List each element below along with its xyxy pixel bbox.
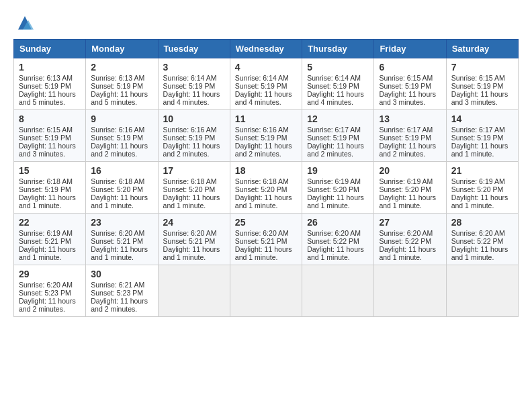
calendar-cell: 16 Sunrise: 6:18 AM Sunset: 5:20 PM Dayl… xyxy=(86,162,158,214)
day-number: 29 xyxy=(19,269,81,279)
sunrise-text: Sunrise: 6:13 AM xyxy=(19,74,73,82)
weekday-header-row: SundayMondayTuesdayWednesdayThursdayFrid… xyxy=(14,40,519,58)
day-number: 10 xyxy=(163,113,225,124)
sunrise-text: Sunrise: 6:20 AM xyxy=(451,229,505,237)
daylight-label: Daylight: 11 hours and 4 minutes. xyxy=(163,90,220,106)
calendar-cell: 19 Sunrise: 6:19 AM Sunset: 5:20 PM Dayl… xyxy=(302,162,374,214)
calendar-cell: 25 Sunrise: 6:20 AM Sunset: 5:21 PM Dayl… xyxy=(230,214,302,265)
calendar-cell: 1 Sunrise: 6:13 AM Sunset: 5:19 PM Dayli… xyxy=(14,58,86,110)
sunset-text: Sunset: 5:19 PM xyxy=(307,134,359,142)
sunrise-text: Sunrise: 6:20 AM xyxy=(163,229,217,237)
day-number: 19 xyxy=(307,165,369,176)
calendar-week-row-1: 1 Sunrise: 6:13 AM Sunset: 5:19 PM Dayli… xyxy=(14,58,519,110)
calendar-week-row-3: 15 Sunrise: 6:18 AM Sunset: 5:19 PM Dayl… xyxy=(14,162,519,214)
sunrise-text: Sunrise: 6:15 AM xyxy=(379,74,433,82)
calendar-cell xyxy=(374,265,446,317)
daylight-label: Daylight: 11 hours and 1 minute. xyxy=(235,193,292,210)
daylight-label: Daylight: 11 hours and 1 minute. xyxy=(163,193,220,210)
sunrise-text: Sunrise: 6:19 AM xyxy=(451,177,505,185)
sunset-text: Sunset: 5:20 PM xyxy=(307,185,359,193)
sunset-text: Sunset: 5:19 PM xyxy=(235,134,287,142)
calendar-cell: 30 Sunrise: 6:21 AM Sunset: 5:23 PM Dayl… xyxy=(86,265,158,317)
calendar-cell xyxy=(230,265,302,317)
calendar-cell: 11 Sunrise: 6:16 AM Sunset: 5:19 PM Dayl… xyxy=(230,110,302,162)
calendar-cell: 17 Sunrise: 6:18 AM Sunset: 5:20 PM Dayl… xyxy=(158,162,230,214)
daylight-label: Daylight: 11 hours and 1 minute. xyxy=(379,193,436,210)
sunrise-text: Sunrise: 6:19 AM xyxy=(307,177,361,185)
weekday-header-monday: Monday xyxy=(86,40,158,58)
calendar-week-row-2: 8 Sunrise: 6:15 AM Sunset: 5:19 PM Dayli… xyxy=(14,110,519,162)
daylight-label: Daylight: 11 hours and 1 minute. xyxy=(19,193,76,210)
daylight-label: Daylight: 11 hours and 5 minutes. xyxy=(91,90,148,106)
day-number: 9 xyxy=(91,113,152,124)
day-number: 12 xyxy=(307,113,369,124)
day-number: 14 xyxy=(451,113,513,124)
daylight-label: Daylight: 11 hours and 1 minute. xyxy=(307,245,364,261)
sunset-text: Sunset: 5:21 PM xyxy=(235,237,287,245)
calendar-cell: 22 Sunrise: 6:19 AM Sunset: 5:21 PM Dayl… xyxy=(14,214,86,265)
daylight-label: Daylight: 11 hours and 1 minute. xyxy=(163,245,220,261)
sunset-text: Sunset: 5:20 PM xyxy=(235,185,287,193)
day-number: 23 xyxy=(91,217,152,228)
sunset-text: Sunset: 5:22 PM xyxy=(379,237,431,245)
logo xyxy=(13,13,35,32)
sunrise-text: Sunrise: 6:19 AM xyxy=(379,177,433,185)
day-number: 11 xyxy=(235,113,297,124)
calendar-cell: 29 Sunrise: 6:20 AM Sunset: 5:23 PM Dayl… xyxy=(14,265,86,317)
day-number: 4 xyxy=(235,62,297,73)
calendar-cell: 3 Sunrise: 6:14 AM Sunset: 5:19 PM Dayli… xyxy=(158,58,230,110)
sunrise-text: Sunrise: 6:16 AM xyxy=(235,126,289,134)
day-number: 13 xyxy=(379,113,441,124)
sunrise-text: Sunrise: 6:21 AM xyxy=(91,281,144,289)
calendar-table: SundayMondayTuesdayWednesdayThursdayFrid… xyxy=(13,39,519,317)
daylight-label: Daylight: 11 hours and 2 minutes. xyxy=(91,297,148,313)
daylight-label: Daylight: 11 hours and 3 minutes. xyxy=(451,90,508,106)
day-number: 25 xyxy=(235,217,297,228)
calendar-cell: 15 Sunrise: 6:18 AM Sunset: 5:19 PM Dayl… xyxy=(14,162,86,214)
weekday-header-saturday: Saturday xyxy=(446,40,518,58)
day-number: 24 xyxy=(163,217,225,228)
calendar-cell: 13 Sunrise: 6:17 AM Sunset: 5:19 PM Dayl… xyxy=(374,110,446,162)
sunset-text: Sunset: 5:20 PM xyxy=(451,185,504,193)
sunrise-text: Sunrise: 6:20 AM xyxy=(379,229,433,237)
day-number: 21 xyxy=(451,165,513,176)
sunset-text: Sunset: 5:19 PM xyxy=(91,134,143,142)
calendar-cell: 5 Sunrise: 6:14 AM Sunset: 5:19 PM Dayli… xyxy=(302,58,374,110)
sunrise-text: Sunrise: 6:19 AM xyxy=(19,229,73,237)
sunset-text: Sunset: 5:19 PM xyxy=(91,82,143,90)
sunset-text: Sunset: 5:19 PM xyxy=(451,134,504,142)
calendar-cell: 2 Sunrise: 6:13 AM Sunset: 5:19 PM Dayli… xyxy=(86,58,158,110)
sunset-text: Sunset: 5:19 PM xyxy=(451,82,504,90)
daylight-label: Daylight: 11 hours and 5 minutes. xyxy=(19,90,76,106)
daylight-label: Daylight: 11 hours and 1 minute. xyxy=(451,245,508,261)
sunrise-text: Sunrise: 6:18 AM xyxy=(163,177,217,185)
daylight-label: Daylight: 11 hours and 4 minutes. xyxy=(307,90,364,106)
sunset-text: Sunset: 5:20 PM xyxy=(163,185,216,193)
page-header xyxy=(13,13,519,32)
daylight-label: Daylight: 11 hours and 1 minute. xyxy=(451,142,508,158)
sunrise-text: Sunrise: 6:14 AM xyxy=(163,74,217,82)
calendar-cell: 7 Sunrise: 6:15 AM Sunset: 5:19 PM Dayli… xyxy=(446,58,518,110)
sunrise-text: Sunrise: 6:15 AM xyxy=(451,74,505,82)
daylight-label: Daylight: 11 hours and 3 minutes. xyxy=(379,90,436,106)
day-number: 20 xyxy=(379,165,441,176)
sunset-text: Sunset: 5:19 PM xyxy=(379,134,431,142)
sunrise-text: Sunrise: 6:13 AM xyxy=(91,74,144,82)
sunrise-text: Sunrise: 6:18 AM xyxy=(19,177,73,185)
calendar-cell: 27 Sunrise: 6:20 AM Sunset: 5:22 PM Dayl… xyxy=(374,214,446,265)
calendar-cell: 21 Sunrise: 6:19 AM Sunset: 5:20 PM Dayl… xyxy=(446,162,518,214)
day-number: 15 xyxy=(19,165,81,176)
sunset-text: Sunset: 5:19 PM xyxy=(379,82,431,90)
sunrise-text: Sunrise: 6:17 AM xyxy=(451,126,505,134)
sunset-text: Sunset: 5:20 PM xyxy=(379,185,431,193)
sunset-text: Sunset: 5:19 PM xyxy=(19,134,71,142)
daylight-label: Daylight: 11 hours and 2 minutes. xyxy=(379,142,436,158)
calendar-cell: 18 Sunrise: 6:18 AM Sunset: 5:20 PM Dayl… xyxy=(230,162,302,214)
calendar-cell: 8 Sunrise: 6:15 AM Sunset: 5:19 PM Dayli… xyxy=(14,110,86,162)
sunset-text: Sunset: 5:22 PM xyxy=(451,237,504,245)
sunrise-text: Sunrise: 6:18 AM xyxy=(235,177,289,185)
day-number: 16 xyxy=(91,165,152,176)
day-number: 5 xyxy=(307,62,369,73)
daylight-label: Daylight: 11 hours and 2 minutes. xyxy=(307,142,364,158)
weekday-header-tuesday: Tuesday xyxy=(158,40,230,58)
